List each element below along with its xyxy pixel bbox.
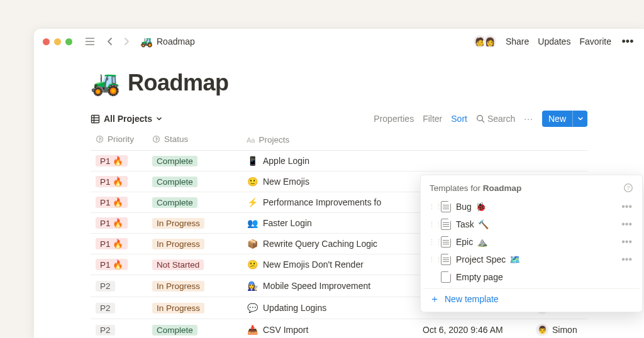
view-switcher[interactable]: All Projects — [91, 114, 162, 124]
person-name: Simon — [552, 325, 577, 335]
status-tag: In Progress — [152, 281, 204, 292]
template-more-button[interactable]: ••• — [619, 201, 635, 212]
project-name: New Emojis — [263, 177, 309, 187]
avatar: 👩 — [483, 35, 497, 48]
page-content: 🚜 Roadmap All Projects Properties Filter… — [34, 54, 644, 338]
drag-handle-icon[interactable]: ⋮⋮ — [428, 203, 436, 211]
col-header-priority[interactable]: Priority — [91, 129, 147, 151]
template-label: Project Spec🗺️ — [456, 254, 614, 264]
page-icon — [441, 271, 451, 283]
search-button[interactable]: Search — [476, 114, 515, 124]
svg-line-8 — [482, 120, 484, 122]
nav-arrows — [103, 34, 134, 49]
priority-tag: P2 — [96, 325, 115, 335]
priority-tag: P1 🔥 — [96, 238, 128, 249]
templates-help-icon[interactable]: ? — [623, 183, 633, 193]
priority-tag: P2 — [96, 303, 115, 313]
project-name: Faster Login — [263, 218, 312, 228]
nav-forward-button[interactable] — [119, 34, 134, 49]
page-icon[interactable]: 🚜 — [91, 69, 120, 97]
share-button[interactable]: Share — [506, 36, 529, 46]
project-cell: 📦Rewrite Query Caching Logic — [247, 239, 377, 249]
template-item[interactable]: ⋮⋮Bug🐞••• — [423, 198, 640, 215]
page-title-text[interactable]: Roadmap — [128, 70, 229, 96]
filter-button[interactable]: Filter — [423, 114, 442, 124]
col-header-projects[interactable]: AaProjects — [242, 129, 418, 151]
database-view-bar: All Projects Properties Filter Sort Sear… — [91, 111, 587, 127]
svg-rect-3 — [92, 115, 99, 123]
updates-button[interactable]: Updates — [538, 36, 570, 46]
view-actions: Properties Filter Sort Search ··· New — [374, 111, 587, 127]
templates-header-name: Roadmap — [483, 183, 522, 193]
project-icon: 💬 — [247, 303, 258, 313]
template-item[interactable]: ⋮⋮Epic⛰️••• — [423, 233, 640, 251]
sort-button[interactable]: Sort — [451, 114, 467, 124]
properties-button[interactable]: Properties — [374, 114, 414, 124]
template-label: Bug🐞 — [456, 202, 614, 212]
avatar: 👨 — [536, 324, 548, 336]
template-item[interactable]: ⋮⋮Project Spec🗺️••• — [423, 251, 640, 268]
project-cell: ⚡Performance Improvements fo — [247, 197, 381, 207]
template-more-button[interactable]: ••• — [619, 254, 635, 265]
favorite-button[interactable]: Favorite — [579, 36, 611, 46]
priority-tag: P2 — [96, 281, 115, 292]
status-tag: Complete — [152, 325, 197, 335]
project-icon: 📱 — [247, 156, 258, 166]
project-cell: 😕New Emojis Don't Render — [247, 259, 364, 270]
table-row[interactable]: P1 🔥Complete📱Apple Login — [91, 151, 587, 172]
page-icon — [441, 201, 451, 212]
minimize-window-button[interactable] — [54, 38, 61, 45]
drag-handle-icon[interactable]: ⋮⋮ — [428, 238, 436, 246]
breadcrumb-title: Roadmap — [157, 36, 195, 46]
project-cell: 📱Apple Login — [247, 156, 309, 166]
new-button[interactable]: New — [542, 111, 587, 127]
priority-tag: P1 🔥 — [96, 176, 128, 187]
priority-tag: P1 🔥 — [96, 259, 128, 270]
col-header-date[interactable] — [418, 129, 531, 151]
project-icon: 👥 — [247, 218, 258, 228]
zoom-window-button[interactable] — [65, 38, 72, 45]
col-header-status[interactable]: Status — [147, 129, 242, 151]
project-name: Updating Logins — [263, 303, 326, 313]
priority-tag: P1 🔥 — [96, 197, 128, 208]
breadcrumb[interactable]: 🚜 Roadmap — [140, 36, 195, 48]
template-label: Task🔨 — [456, 219, 614, 229]
template-label: Epic⛰️ — [456, 237, 614, 247]
drag-handle-icon[interactable]: ⋮⋮ — [428, 221, 436, 229]
project-cell: 👥Faster Login — [247, 218, 312, 228]
sidebar-toggle-icon[interactable] — [82, 34, 97, 49]
project-cell: 🙂New Emojis — [247, 177, 309, 187]
project-icon: 👩‍🔧 — [247, 281, 258, 291]
close-window-button[interactable] — [43, 38, 50, 45]
table-row[interactable]: P2Complete📥CSV ImportOct 6, 2020 9:46 AM… — [91, 319, 587, 339]
template-more-button[interactable]: ••• — [619, 236, 635, 248]
template-more-button[interactable]: ••• — [619, 219, 635, 230]
status-tag: Complete — [152, 177, 197, 187]
nav-back-button[interactable] — [103, 34, 118, 49]
app-window: 🚜 Roadmap 🧑 👩 Share Updates Favorite •••… — [34, 29, 644, 338]
template-item[interactable]: Empty page — [423, 268, 640, 286]
search-label: Search — [487, 114, 515, 124]
more-menu-button[interactable]: ••• — [620, 34, 635, 49]
status-tag: Not Started — [152, 259, 204, 270]
view-more-button[interactable]: ··· — [524, 114, 533, 124]
chevron-down-icon — [156, 116, 162, 122]
drag-handle-icon[interactable]: ⋮⋮ — [428, 256, 436, 264]
page-icon — [441, 254, 451, 265]
page-title: 🚜 Roadmap — [91, 69, 587, 97]
project-name: New Emojis Don't Render — [263, 259, 364, 270]
person-cell: 👨Simon — [536, 324, 577, 336]
template-label: Empty page — [456, 272, 635, 282]
templates-popover: Templates for Roadmap ? ⋮⋮Bug🐞•••⋮⋮Task🔨… — [420, 175, 643, 312]
col-header-person[interactable] — [531, 129, 587, 151]
table-header-row: Priority Status AaProjects — [91, 129, 587, 151]
table-view-icon — [91, 114, 100, 124]
breadcrumb-icon: 🚜 — [140, 36, 153, 48]
new-button-label: New — [542, 114, 572, 124]
new-button-caret[interactable] — [572, 111, 587, 127]
presence-avatars[interactable]: 🧑 👩 — [473, 35, 497, 48]
new-template-label: New template — [445, 294, 499, 304]
template-item[interactable]: ⋮⋮Task🔨••• — [423, 215, 640, 233]
new-template-button[interactable]: ＋ New template — [423, 288, 640, 308]
project-cell: 💬Updating Logins — [247, 303, 326, 313]
